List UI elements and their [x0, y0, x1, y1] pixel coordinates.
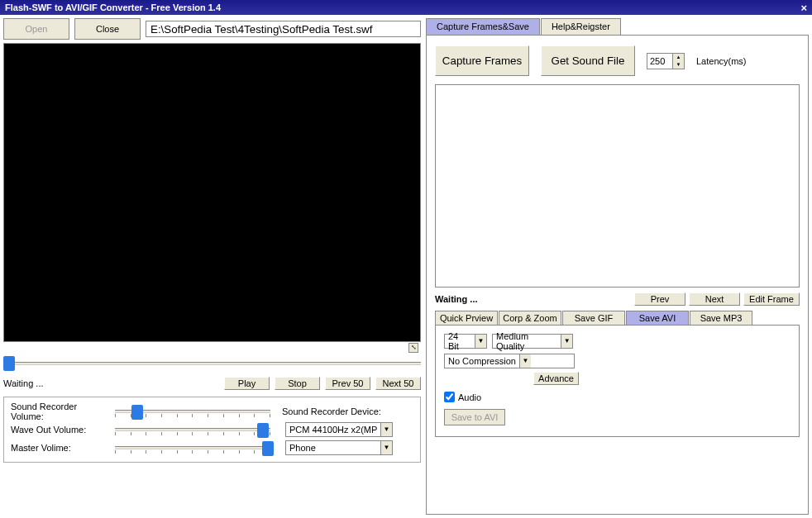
stop-button[interactable]: Stop	[275, 377, 320, 390]
bit-depth-select[interactable]: 24 Bit▼	[444, 334, 487, 349]
tab-capture-save[interactable]: Capture Frames&Save	[426, 18, 540, 35]
sound-device-select[interactable]: PCM 44100Hz x2(MP▼	[285, 422, 393, 437]
tab-help-register[interactable]: Help&Reigster	[541, 18, 621, 35]
player-status: Waiting ...	[3, 378, 219, 388]
spin-down-icon[interactable]: ▼	[672, 61, 684, 69]
next-50-button[interactable]: Next 50	[375, 377, 421, 390]
audio-checkbox-input[interactable]	[444, 392, 455, 402]
edit-frame-button[interactable]: Edit Frame	[743, 292, 800, 306]
file-path-input[interactable]	[146, 21, 421, 37]
captured-frames-area	[435, 84, 800, 288]
latency-value[interactable]	[647, 54, 672, 69]
compression-select[interactable]: No Compression▼	[444, 354, 575, 368]
spin-up-icon[interactable]: ▲	[672, 54, 684, 61]
chevron-down-icon: ▼	[475, 335, 486, 348]
play-button[interactable]: Play	[224, 377, 270, 390]
subtab-save-gif[interactable]: Save GIF	[562, 311, 625, 325]
capture-frames-button[interactable]: Capture Frames	[435, 45, 529, 76]
swf-preview-area: ⤡	[3, 43, 421, 342]
next-frame-button[interactable]: Next	[689, 292, 740, 306]
subtab-save-avi[interactable]: Save AVI	[626, 311, 689, 325]
chevron-down-icon: ▼	[380, 441, 392, 454]
save-avi-panel: 24 Bit▼ Medium Quality▼ No Compression▼ …	[435, 325, 800, 437]
audio-checkbox[interactable]: Audio	[444, 392, 791, 402]
sound-device-label: Sound Recorder Device:	[282, 406, 389, 416]
save-to-avi-button[interactable]: Save to AVI	[444, 409, 505, 425]
prev-50-button[interactable]: Prev 50	[325, 377, 370, 390]
open-button[interactable]: Open	[3, 18, 69, 40]
subtab-crop-zoom[interactable]: Corp & Zoom	[499, 311, 561, 325]
resize-handle-icon[interactable]: ⤡	[408, 343, 418, 353]
sound-rec-volume-slider[interactable]	[115, 404, 270, 419]
phone-device-select[interactable]: Phone▼	[285, 440, 393, 455]
capture-status: Waiting ...	[435, 294, 631, 304]
quality-select[interactable]: Medium Quality▼	[492, 334, 573, 349]
title-bar: Flash-SWF to AVI/GIF Converter - Free Ve…	[0, 0, 812, 15]
chevron-down-icon: ▼	[380, 423, 392, 436]
advance-button[interactable]: Advance	[533, 372, 579, 385]
master-volume-slider[interactable]	[115, 440, 270, 455]
seek-slider[interactable]	[3, 355, 421, 372]
subtab-quick-preview[interactable]: Quick Prview	[435, 311, 498, 325]
chevron-down-icon: ▼	[519, 354, 531, 368]
subtab-save-mp3[interactable]: Save MP3	[690, 311, 752, 325]
master-volume-label: Master Volime:	[11, 443, 112, 453]
latency-spinner[interactable]: ▲▼	[647, 53, 685, 69]
wave-out-volume-slider[interactable]	[115, 422, 270, 437]
wave-out-volume-label: Wave Out Volume:	[11, 425, 112, 435]
window-close-icon[interactable]: ×	[800, 2, 807, 14]
get-sound-file-button[interactable]: Get Sound File	[541, 45, 635, 76]
chevron-down-icon: ▼	[561, 335, 572, 348]
latency-label: Latency(ms)	[696, 56, 747, 66]
sound-settings-group: Sound Recorder Volume: Sound Recorder De…	[3, 397, 421, 463]
prev-frame-button[interactable]: Prev	[634, 292, 685, 306]
close-file-button[interactable]: Close	[74, 18, 141, 40]
sound-rec-volume-label: Sound Recorder Volume:	[11, 402, 112, 421]
window-title: Flash-SWF to AVI/GIF Converter - Free Ve…	[5, 2, 221, 12]
